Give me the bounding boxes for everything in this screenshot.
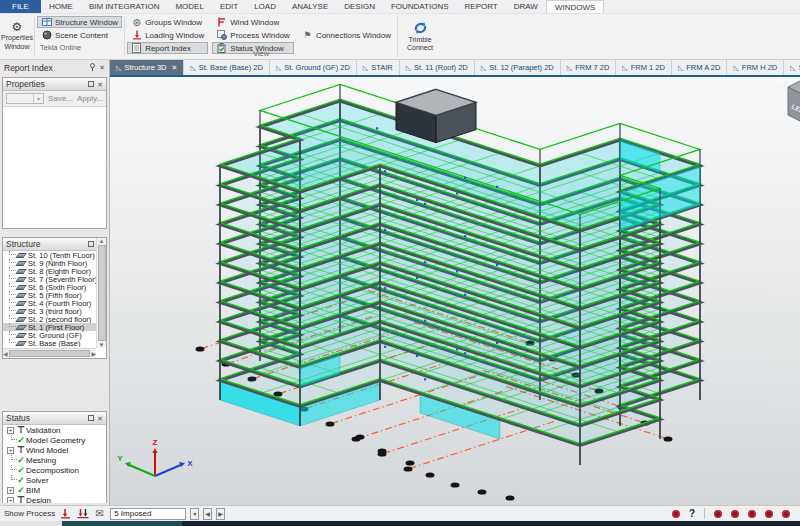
tree-item[interactable]: ✓Meshing: [3, 455, 106, 465]
combo-dropdown-button[interactable]: ▾: [190, 508, 199, 520]
connections-window-button[interactable]: ⚑ Connections Window: [298, 29, 395, 41]
save-button[interactable]: Save...: [48, 94, 73, 103]
model-3d-scene[interactable]: ZXYTOPLEFT: [110, 77, 800, 503]
status-light-icon: [672, 510, 680, 518]
close-icon[interactable]: ✕: [97, 415, 103, 422]
floor-slab-icon: [15, 325, 27, 330]
process-window-button[interactable]: Process Window: [212, 29, 294, 41]
scroll-up-icon[interactable]: ▲: [99, 238, 105, 244]
structure-panel: Structure ✕ St. 10 (Tenth FLoor) St. 9 (…: [2, 237, 107, 359]
check-icon: ✓: [16, 435, 26, 445]
menu-draw[interactable]: DRAW: [506, 0, 546, 13]
tab-structure-3d[interactable]: ◺ Structure 3D ✕: [110, 60, 184, 75]
tab-st-12-parapet-2d[interactable]: ◺St. 12 (Parapet) 2D: [475, 60, 561, 75]
tree-item[interactable]: ✓Solver: [3, 475, 106, 485]
drafting-icon: ◺: [733, 64, 738, 72]
menu-report[interactable]: REPORT: [457, 0, 506, 13]
load-case-combo[interactable]: 5 Imposed: [110, 508, 186, 520]
wind-window-label: Wind Window: [230, 18, 279, 27]
maximize-icon[interactable]: [88, 241, 94, 247]
tab-st-1-first-floor-2d[interactable]: ◺St. 1 (First Floor) 2D: [784, 60, 800, 75]
scroll-left-icon[interactable]: ◀: [3, 350, 8, 357]
menu-load[interactable]: LOAD: [246, 0, 284, 13]
hammer-icon: ⊤: [16, 445, 26, 455]
properties-panel-body: [3, 107, 106, 227]
structure-window-button[interactable]: Structure Window: [37, 16, 122, 28]
close-icon[interactable]: ✕: [97, 81, 103, 88]
maximize-icon[interactable]: [88, 81, 94, 87]
trimble-connect-button[interactable]: Trimble Connect: [398, 14, 442, 59]
menu-bim-integration[interactable]: BIM INTEGRATION: [81, 0, 168, 13]
gear-icon: ⚙: [12, 22, 23, 33]
view-cube[interactable]: TOPLEFT: [776, 77, 800, 127]
tab-st-ground-2d[interactable]: ◺St. Ground (GF) 2D: [270, 60, 357, 75]
svg-text:TOP: TOP: [776, 80, 790, 91]
menu-edit[interactable]: EDIT: [212, 0, 246, 13]
process-window-icon: [216, 30, 227, 41]
expand-icon[interactable]: +: [7, 487, 14, 494]
drafting-icon: ◺: [190, 64, 195, 72]
maximize-icon[interactable]: [88, 415, 94, 421]
groups-window-label: Groups Window: [145, 18, 202, 27]
pin-icon[interactable]: [89, 63, 96, 73]
previous-case-button[interactable]: ◀: [203, 508, 212, 520]
menu-file[interactable]: FILE: [0, 0, 41, 13]
building-model: [220, 84, 700, 465]
next-case-button[interactable]: ▶: [216, 508, 225, 520]
floor-slab-icon: [15, 309, 27, 314]
menu-model[interactable]: MODEL: [167, 0, 211, 13]
axis-triad-icon: ZXY: [117, 438, 193, 476]
trimble-connect-label: Trimble Connect: [398, 36, 442, 52]
check-icon: ✓: [16, 475, 26, 485]
tab-close-icon[interactable]: ✕: [172, 64, 178, 72]
wind-window-button[interactable]: Wind Window: [212, 16, 294, 28]
scroll-down-icon[interactable]: ▼: [99, 342, 105, 348]
tree-item[interactable]: ✓Decomposition: [3, 465, 106, 475]
scroll-right-icon[interactable]: ▶: [91, 350, 96, 357]
help-icon[interactable]: ?: [689, 508, 695, 519]
tree-item[interactable]: ✓Model Geometry: [3, 435, 106, 445]
double-load-icon[interactable]: [76, 508, 89, 520]
loading-window-button[interactable]: Loading Window: [127, 29, 208, 41]
tree-item[interactable]: +✓BIM: [3, 485, 106, 495]
point-load-icon: [131, 30, 142, 41]
model-3d-viewport[interactable]: ZXYTOPLEFT: [110, 77, 800, 505]
close-icon[interactable]: ✕: [99, 64, 105, 71]
menu-analyse[interactable]: ANALYSE: [284, 0, 336, 13]
menu-design[interactable]: DESIGN: [336, 0, 383, 13]
tab-st-11-roof-2d[interactable]: ◺St. 11 (Roof) 2D: [400, 60, 475, 75]
check-icon: ✓: [16, 485, 26, 495]
tab-stair[interactable]: ◺STAIR: [357, 60, 400, 75]
floor-slab-icon: [15, 301, 27, 306]
properties-window-label: Properties Window: [0, 34, 34, 50]
status-light-icon: [748, 510, 756, 518]
expand-icon[interactable]: +: [7, 427, 14, 434]
tab-frm-7-2d[interactable]: ◺FRM 7 2D: [561, 60, 617, 75]
tab-st-base-2d[interactable]: ◺St. Base (Base) 2D: [184, 60, 270, 75]
expand-icon[interactable]: +: [7, 447, 14, 454]
apply-button[interactable]: Apply...: [77, 94, 103, 103]
tab-frm-1-2d[interactable]: ◺FRM 1 2D: [616, 60, 672, 75]
tab-frm-a-2d[interactable]: ◺FRM A 2D: [672, 60, 728, 75]
tree-item[interactable]: +⊤Validation: [3, 425, 106, 435]
horizontal-scrollbar[interactable]: ◀ ▶: [3, 348, 96, 358]
svg-text:Z: Z: [153, 438, 158, 447]
tab-frm-h-2d[interactable]: ◺FRM H 2D: [727, 60, 784, 75]
menu-windows[interactable]: WINDOWS: [546, 0, 604, 13]
point-load-icon[interactable]: [59, 508, 72, 520]
groups-window-button[interactable]: ⊛ Groups Window: [127, 16, 208, 28]
envelope-icon[interactable]: ✉: [93, 508, 106, 520]
status-light-icon: [714, 510, 722, 518]
menu-foundations[interactable]: FOUNDATIONS: [383, 0, 457, 13]
properties-preset-select[interactable]: ▾: [6, 93, 44, 104]
properties-window-button[interactable]: ⚙ Properties Window: [0, 14, 34, 59]
scrollbar-thumb[interactable]: [98, 245, 106, 341]
tree-item[interactable]: +⊤Design: [3, 495, 106, 503]
tree-item[interactable]: St. Base (Base): [3, 339, 96, 347]
scrollbar-thumb[interactable]: [9, 350, 91, 357]
scene-content-button[interactable]: Scene Content: [37, 29, 122, 41]
menu-home[interactable]: HOME: [41, 0, 81, 13]
tree-item[interactable]: +⊤Wind Model: [3, 445, 106, 455]
expand-icon[interactable]: +: [7, 497, 14, 504]
vertical-scrollbar[interactable]: ▲ ▼: [96, 238, 106, 348]
